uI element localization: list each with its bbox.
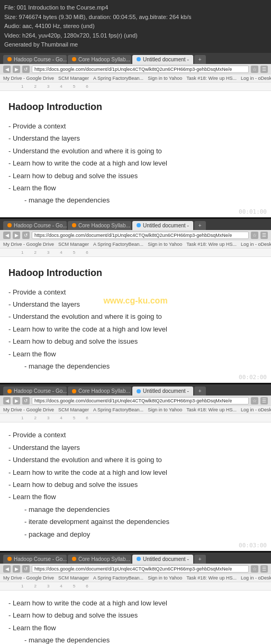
forward-button[interactable]: ▶ <box>13 66 20 73</box>
address-bar[interactable]: https://docs.google.com/document/d/1pUnq… <box>32 397 249 404</box>
bookmark-3[interactable]: Sign in to Yahoo <box>148 575 182 581</box>
bookmark-1[interactable]: SCM Manager <box>58 242 89 247</box>
bookmark-4[interactable]: Task #18: Wire up HS... <box>186 242 237 247</box>
list-item-2: - Learn the flow <box>8 622 263 634</box>
bookmark-3[interactable]: Sign in to Yahoo <box>148 407 182 412</box>
browser-tab-3[interactable]: + <box>194 555 206 564</box>
doc-title: Hadoop Introduction <box>8 102 263 113</box>
browser-tab-2[interactable]: Untitled document - <box>132 221 193 230</box>
bookmark-0[interactable]: My Drive - Google Drive <box>3 575 54 581</box>
browser-tab-0[interactable]: Hadoop Course - Go... <box>3 387 67 395</box>
bookmark-0[interactable]: My Drive - Google Drive <box>3 76 54 81</box>
bookmark-3[interactable]: Sign in to Yahoo <box>148 242 182 247</box>
tab-icon <box>72 557 76 561</box>
browser-tab-1[interactable]: Core Hadoop Syllab... <box>68 221 131 230</box>
reload-button[interactable]: ↺ <box>22 232 30 239</box>
menu-button[interactable]: ☰ <box>260 232 268 239</box>
star-button[interactable]: ☆ <box>251 565 258 573</box>
list-item-6: - manage the dependencies <box>24 194 263 206</box>
bookmarks-bar: My Drive - Google DriveSCM ManagerA Spri… <box>0 241 271 249</box>
bookmark-2[interactable]: A Spring FactoryBean... <box>93 407 143 412</box>
bookmark-0[interactable]: My Drive - Google Drive <box>3 242 54 247</box>
back-button[interactable]: ◀ <box>3 565 11 573</box>
browser-tab-1[interactable]: Core Hadoop Syllab... <box>68 387 131 395</box>
back-button[interactable]: ◀ <box>3 232 11 239</box>
bookmark-4[interactable]: Task #18: Wire up HS... <box>186 407 237 412</box>
browser-tab-2[interactable]: Untitled document - <box>132 387 193 395</box>
bookmark-1[interactable]: SCM Manager <box>58 407 89 412</box>
list-item-2: - Understand the evolution and where it … <box>8 454 263 466</box>
browser-tab-0[interactable]: Hadoop Course - Go... <box>3 555 67 564</box>
address-bar[interactable]: https://docs.google.com/document/d/1pUnq… <box>32 232 249 239</box>
reload-button[interactable]: ↺ <box>22 565 30 573</box>
browser-tab-3[interactable]: + <box>194 55 206 64</box>
tab-icon <box>7 389 12 393</box>
browser-tab-2[interactable]: Untitled document - <box>132 55 193 64</box>
panel-panel2: Hadoop Course - Go...Core Hadoop Syllab.… <box>0 219 271 383</box>
star-button[interactable]: ☆ <box>251 66 258 73</box>
bookmark-5[interactable]: Log in - oDesk <box>241 242 271 247</box>
tab-label: Untitled document - <box>143 223 189 228</box>
forward-button[interactable]: ▶ <box>13 232 20 239</box>
file-info-line3: Audio: aac, 44100 Hz, stereo (und) <box>4 22 267 31</box>
browser-tab-1[interactable]: Core Hadoop Syllab... <box>68 555 131 564</box>
star-button[interactable]: ☆ <box>251 397 258 404</box>
tab-label: Core Hadoop Syllab... <box>78 556 130 562</box>
bookmark-2[interactable]: A Spring FactoryBean... <box>93 575 143 581</box>
bookmark-4[interactable]: Task #18: Wire up HS... <box>186 76 237 81</box>
list-item-5: - Learn the flow <box>8 182 263 194</box>
tab-label: Hadoop Course - Go... <box>14 223 67 228</box>
reload-button[interactable]: ↺ <box>22 66 30 73</box>
list-item-0: - Provide a context <box>8 429 263 441</box>
tab-icon <box>137 557 141 561</box>
browser-tab-0[interactable]: Hadoop Course - Go... <box>3 221 67 230</box>
bookmark-3[interactable]: Sign in to Yahoo <box>148 76 182 81</box>
doc-title: Hadoop Introduction <box>8 268 263 279</box>
list-item-7: - iterate development against the depend… <box>24 516 263 528</box>
address-bar[interactable]: https://docs.google.com/document/d/1pUnq… <box>32 66 249 73</box>
list-item-4: - Learn how to debug and solve the issue… <box>8 170 263 182</box>
bookmark-4[interactable]: Task #18: Wire up HS... <box>186 575 237 581</box>
bookmark-1[interactable]: SCM Manager <box>58 76 89 81</box>
browser-tab-1[interactable]: Core Hadoop Syllab... <box>68 55 131 64</box>
bookmark-label: Sign in to Yahoo <box>148 407 182 412</box>
bookmark-0[interactable]: My Drive - Google Drive <box>3 407 54 412</box>
menu-button[interactable]: ☰ <box>260 397 268 404</box>
reload-button[interactable]: ↺ <box>22 397 30 404</box>
tab-icon <box>7 223 12 227</box>
back-button[interactable]: ◀ <box>3 397 11 404</box>
forward-button[interactable]: ▶ <box>13 397 20 404</box>
browser-toolbar: ◀ ▶ ↺ https://docs.google.com/document/d… <box>0 395 271 406</box>
bookmark-1[interactable]: SCM Manager <box>58 575 89 581</box>
tab-icon <box>72 57 76 61</box>
file-info-line4: Video: h264, yuv420p, 1280x720, 15.01 fp… <box>4 31 267 41</box>
browser-chrome: Hadoop Course - Go...Core Hadoop Syllab.… <box>0 53 271 64</box>
panel-panel4: Hadoop Course - Go...Core Hadoop Syllab.… <box>0 553 271 644</box>
ruler: 1 2 3 4 5 6 <box>0 82 271 91</box>
list-item-8: - package and deploy <box>24 528 263 540</box>
tab-label: + <box>198 57 202 62</box>
menu-button[interactable]: ☰ <box>260 66 268 73</box>
address-bar[interactable]: https://docs.google.com/document/d/1pUnq… <box>32 565 249 573</box>
star-button[interactable]: ☆ <box>251 232 258 239</box>
browser-tab-3[interactable]: + <box>194 221 206 230</box>
browser-tab-3[interactable]: + <box>194 387 206 395</box>
bookmark-2[interactable]: A Spring FactoryBean... <box>93 242 143 247</box>
list-item-3: - manage the dependencies <box>24 634 263 644</box>
bookmark-label: My Drive - Google Drive <box>3 76 54 81</box>
browser-tab-2[interactable]: Untitled document - <box>132 555 193 564</box>
bookmark-5[interactable]: Log in - oDesk <box>241 575 271 581</box>
browser-tab-0[interactable]: Hadoop Course - Go... <box>3 55 67 64</box>
tab-icon <box>137 389 141 393</box>
bookmark-label: My Drive - Google Drive <box>3 575 54 581</box>
list-item-0: - Provide a context <box>8 286 263 298</box>
bookmark-5[interactable]: Log in - oDesk <box>241 76 271 81</box>
ruler: 1 2 3 4 5 6 <box>0 414 271 422</box>
bookmark-2[interactable]: A Spring FactoryBean... <box>93 76 143 81</box>
doc-list: - Provide a context- Understand the laye… <box>8 286 263 373</box>
back-button[interactable]: ◀ <box>3 66 11 73</box>
menu-button[interactable]: ☰ <box>260 565 268 573</box>
tab-label: + <box>198 556 202 562</box>
forward-button[interactable]: ▶ <box>13 565 20 573</box>
bookmark-5[interactable]: Log in - oDesk <box>241 407 271 412</box>
